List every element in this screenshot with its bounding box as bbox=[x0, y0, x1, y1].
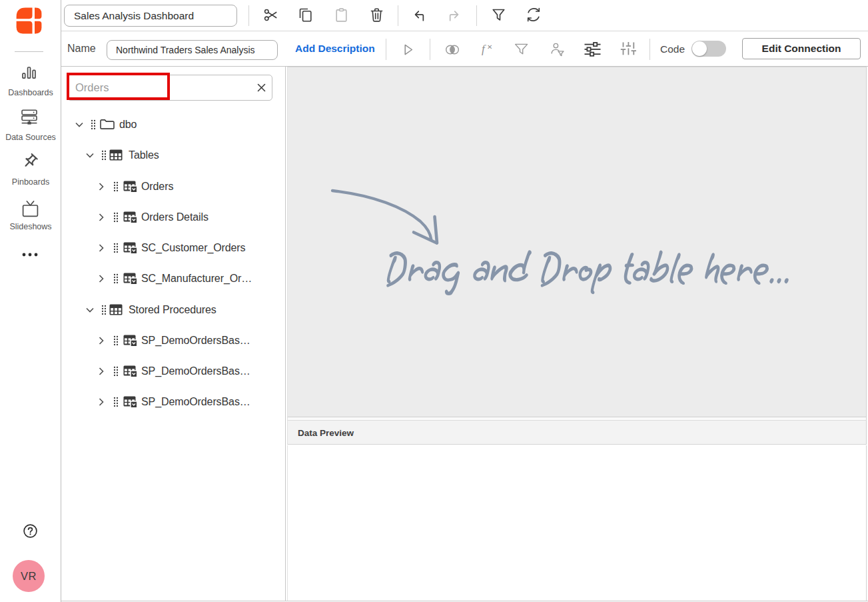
svg-text:✕: ✕ bbox=[487, 43, 492, 51]
svg-text:f: f bbox=[482, 43, 486, 55]
